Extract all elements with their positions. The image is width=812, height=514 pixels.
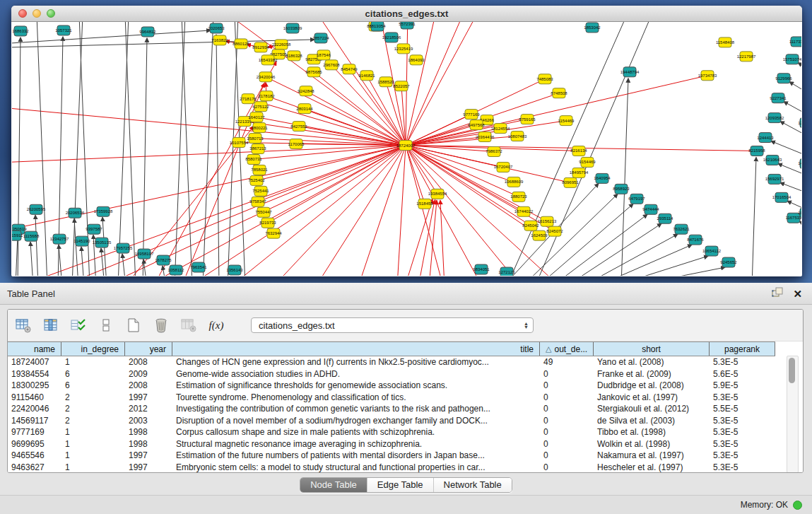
- float-window-icon[interactable]: [772, 287, 783, 300]
- graph-node[interactable]: 7986372: [486, 147, 502, 157]
- graph-node[interactable]: 19218506: [382, 33, 401, 42]
- table-cell[interactable]: 0: [540, 439, 594, 449]
- minimize-button[interactable]: [33, 9, 41, 18]
- graph-node[interactable]: 9129966: [775, 74, 792, 83]
- graph-edge[interactable]: [405, 199, 433, 276]
- table-cell[interactable]: Investigating the contribution of common…: [172, 404, 540, 414]
- table-cell[interactable]: 9463627: [8, 462, 61, 472]
- table-cell[interactable]: 0: [540, 450, 594, 460]
- graph-node[interactable]: 7525402: [248, 175, 265, 185]
- graph-edge[interactable]: [316, 146, 406, 276]
- table-cell[interactable]: 5.3E-5: [710, 357, 775, 367]
- table-cell[interactable]: Tourette syndrome. Phenomenology and cla…: [172, 392, 540, 402]
- table-cell[interactable]: Embryonic stem cells: a model to study s…: [172, 462, 540, 472]
- graph-node[interactable]: 1588520: [377, 77, 394, 87]
- graph-node[interactable]: 2935114: [657, 214, 674, 223]
- graph-edge[interactable]: [216, 35, 219, 276]
- table-cell[interactable]: 18300295: [8, 380, 61, 390]
- table-cell[interactable]: Estimation of significance thresholds fo…: [172, 380, 540, 390]
- scrollbar-thumb[interactable]: [789, 358, 795, 383]
- graph-edge[interactable]: [12, 146, 406, 163]
- table-row[interactable]: 911546021997Tourette syndrome. Phenomeno…: [8, 392, 775, 404]
- table-selector-dropdown[interactable]: citations_edges.txt ▲▼: [251, 317, 534, 333]
- graph-node[interactable]: 9777169: [463, 110, 480, 119]
- graph-edge[interactable]: [582, 234, 678, 276]
- graph-node[interactable]: 9242848: [298, 86, 314, 96]
- table-cell[interactable]: 6: [61, 380, 125, 390]
- table-cell[interactable]: Stergiakouli et al. (2012): [594, 404, 710, 414]
- graph-node[interactable]: 12093582: [765, 113, 784, 123]
- graph-node[interactable]: 1356143: [226, 265, 243, 275]
- graph-edge[interactable]: [538, 204, 633, 276]
- graph-node[interactable]: 20206536: [66, 208, 85, 218]
- table-cell[interactable]: 19384554: [8, 369, 61, 379]
- table-cell[interactable]: 1: [61, 462, 125, 472]
- graph-node[interactable]: 19734783: [698, 71, 717, 81]
- graph-node[interactable]: 1880723: [510, 192, 527, 201]
- table-row[interactable]: 1872400712008Changes of HCN gene express…: [8, 356, 775, 368]
- table-row[interactable]: 1938455462009Genome-wide association stu…: [8, 368, 775, 380]
- graph-node[interactable]: 1518455: [416, 199, 433, 209]
- tab-edge-table[interactable]: Edge Table: [367, 478, 433, 492]
- table-row[interactable]: 946362711997Embryonic stem cells: a mode…: [8, 462, 775, 474]
- table-cell[interactable]: 0: [540, 392, 594, 402]
- graph-node[interactable]: 11548408: [716, 37, 735, 47]
- table-row[interactable]: 1830029562008Estimation of significance …: [8, 380, 775, 392]
- graph-node[interactable]: 8759165: [519, 115, 536, 124]
- graph-node[interactable]: 8427552: [290, 122, 307, 132]
- graph-node[interactable]: 9154469: [579, 157, 596, 167]
- table-cell[interactable]: 0: [540, 404, 594, 414]
- graph-edge[interactable]: [418, 200, 435, 276]
- graph-node[interactable]: 2718176: [240, 94, 257, 104]
- graph-node[interactable]: 7632621: [673, 224, 690, 234]
- show-columns-button[interactable]: [42, 317, 59, 334]
- table-cell[interactable]: 2: [61, 416, 125, 426]
- graph-node[interactable]: 16033809: [283, 23, 302, 33]
- graph-edge[interactable]: [182, 22, 192, 276]
- table-cell[interactable]: 2: [61, 404, 125, 414]
- graph-node[interactable]: 8958923: [613, 184, 630, 194]
- graph-edge[interactable]: [81, 247, 84, 276]
- table-cell[interactable]: 5.3E-5: [710, 416, 775, 426]
- column-header-out_de[interactable]: △out_de...: [540, 342, 594, 356]
- table-scrollbar[interactable]: [787, 356, 799, 473]
- graph-node[interactable]: 1686332: [12, 26, 29, 36]
- graph-edge[interactable]: [248, 99, 406, 146]
- graph-node[interactable]: 2178182: [258, 91, 275, 101]
- graph-edge[interactable]: [146, 146, 406, 276]
- graph-node[interactable]: 7525441: [252, 186, 269, 196]
- graph-node[interactable]: 8813054: [369, 22, 386, 31]
- graph-node[interactable]: 12342757: [50, 234, 69, 244]
- table-cell[interactable]: Nakamura et al. (1997): [594, 450, 710, 460]
- graph-node[interactable]: 1272123: [498, 267, 515, 276]
- graph-node[interactable]: 10807483: [508, 132, 527, 141]
- table-cell[interactable]: 2008: [125, 357, 172, 367]
- graph-node[interactable]: 1678275: [155, 255, 172, 265]
- graph-node[interactable]: 1115688: [23, 231, 40, 241]
- graph-node[interactable]: 1434309: [798, 158, 801, 168]
- table-cell[interactable]: 0: [540, 369, 594, 379]
- table-cell[interactable]: Wolkin et al. (1998): [594, 439, 710, 449]
- column-header-name[interactable]: name: [8, 342, 61, 356]
- table-cell[interactable]: 22420046: [8, 404, 61, 414]
- graph-node[interactable]: 8912934: [252, 42, 269, 52]
- graph-edge[interactable]: [273, 146, 406, 276]
- graph-node[interactable]: 16720407: [494, 162, 513, 172]
- graph-node[interactable]: 8522057: [393, 81, 410, 91]
- close-button[interactable]: [18, 9, 27, 18]
- table-cell[interactable]: 9699695: [8, 439, 61, 449]
- table-cell[interactable]: 5.3E-5: [710, 439, 775, 449]
- graph-edge[interactable]: [406, 22, 464, 146]
- graph-node[interactable]: 18495794: [570, 168, 589, 177]
- table-cell[interactable]: Structural magnetic resonance image aver…: [172, 439, 540, 449]
- graph-edge[interactable]: [799, 221, 801, 235]
- graph-node[interactable]: 1624509: [531, 230, 548, 240]
- graph-node[interactable]: 6497568: [468, 120, 485, 130]
- table-mode-button[interactable]: [15, 317, 32, 334]
- graph-node[interactable]: 10654112: [702, 246, 722, 256]
- graph-node[interactable]: 26200595: [27, 204, 46, 214]
- graph-node[interactable]: 8471676: [687, 235, 704, 245]
- table-cell[interactable]: 2008: [125, 380, 172, 390]
- table-cell[interactable]: 0: [540, 380, 594, 390]
- table-cell[interactable]: Hescheler et al. (1997): [594, 462, 710, 472]
